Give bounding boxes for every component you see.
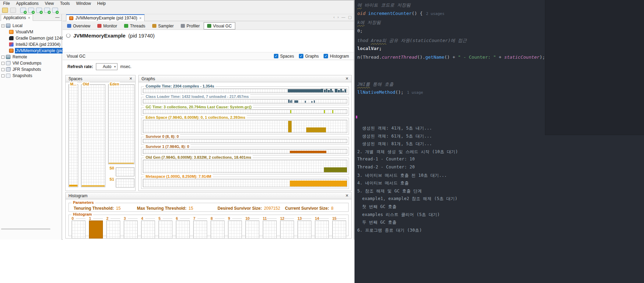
editor-caret — [356, 116, 357, 118]
bin-box — [193, 220, 207, 239]
tab-visual-gc[interactable]: Visual GC — [204, 22, 235, 30]
code-token: k에 — [357, 20, 365, 25]
close-icon[interactable]: ✕ — [345, 76, 349, 81]
intellij-icon — [9, 42, 14, 47]
checkbox-icon[interactable]: ✓ — [274, 54, 278, 58]
code-token: JNI를 — [357, 82, 370, 87]
checkbox-icon[interactable]: ✓ — [299, 54, 303, 58]
parameters-group-title: Parameters — [72, 200, 95, 205]
menu-help[interactable]: Help — [94, 1, 109, 6]
bin-box — [124, 220, 138, 239]
checkbox-icon[interactable]: ✓ — [324, 54, 328, 58]
checkbox-label: Spaces — [280, 54, 294, 59]
tree-item-gradle-daemon-pid-12460[interactable]: Gradle Daemon (pid 12460 — [0, 35, 62, 41]
tree-handle[interactable] — [1, 74, 5, 77]
tree-item-snapshots[interactable]: Snapshots — [0, 73, 62, 79]
graph-survivor-0: Survivor 0 (8, 8): 0 — [141, 137, 349, 145]
histogram-bin-6: 6 — [176, 220, 190, 239]
close-icon[interactable]: ✕ — [345, 193, 349, 198]
tree-item-jfr-snapshots[interactable]: JFR Snapshots — [0, 66, 62, 73]
close-icon[interactable]: × — [139, 16, 141, 20]
histogram-bins: 0123456789101112131415 — [72, 220, 346, 239]
close-icon[interactable]: ✕ — [129, 76, 132, 81]
histogram-panel-header: Histogram ✕ — [66, 192, 351, 199]
bin-box — [176, 220, 190, 239]
tab-monitor[interactable]: Monitor — [94, 22, 120, 30]
tree-item-label: IntelliJ IDEA (pid 23304) — [15, 42, 61, 47]
graph-strip — [143, 179, 347, 187]
tab-overview[interactable]: Overview — [64, 22, 93, 30]
graph-strip — [143, 99, 347, 103]
take-thread-dump-icon[interactable] — [36, 8, 42, 13]
tree-item-local[interactable]: −Local — [0, 23, 62, 29]
space-label: M... — [70, 82, 77, 86]
graph-bar — [290, 100, 291, 103]
save-file-icon[interactable] — [10, 8, 16, 13]
tab-sampler[interactable]: Sampler — [149, 22, 177, 30]
menu-tools[interactable]: Tools — [57, 1, 73, 6]
histogram-bin-10: 10 — [245, 220, 259, 239]
tree-item-visualvm[interactable]: VisualVM — [0, 29, 62, 35]
take-application-snapshot-icon[interactable] — [52, 8, 58, 13]
tree-item-intellij-idea-pid-23304[interactable]: IntelliJ IDEA (pid 23304) — [0, 41, 62, 48]
space-grid — [81, 84, 105, 187]
scroll-tabs-right-icon[interactable]: › — [337, 15, 339, 19]
bin-box — [211, 220, 225, 239]
code-token: llNativeMethod — [357, 90, 396, 95]
tree-item-label: Snapshots — [12, 73, 33, 78]
menu-window[interactable]: Window — [73, 1, 94, 6]
tree-handle[interactable] — [1, 68, 5, 71]
add-remote-host-icon[interactable] — [20, 8, 26, 13]
visualvm-window: FileApplicationsViewToolsWindowHelp Appl… — [0, 0, 354, 240]
toggle-histogram[interactable]: ✓Histogram — [324, 54, 349, 59]
tree-horizontal-scrollbar[interactable] — [1, 228, 50, 230]
histogram-panel: Histogram ✕ Parameters Tenuring Threshol… — [65, 192, 352, 239]
space-usage-fill — [69, 185, 78, 186]
tree-item-remote[interactable]: Remote — [0, 54, 62, 60]
refresh-rate-value: Auto — [103, 64, 112, 69]
refresh-rate-select[interactable]: Auto ▾ — [96, 63, 117, 70]
parameter-tenuring-threshold: Tenuring Threshold:15 — [74, 206, 121, 211]
graph-label: Survivor 1 (7.984G, 8): 0 — [144, 144, 190, 149]
tab-applications[interactable]: Applications × — [1, 14, 33, 21]
checkbox-label: Graphs — [305, 54, 319, 59]
tab-profiler[interactable]: Profiler — [178, 22, 203, 30]
visualgc-content: JVMMemoryExample (pid 19740) Visual GC ✓… — [63, 30, 354, 240]
graph-label: Class Loader Time: 1432 loaded, 7 unload… — [144, 94, 250, 99]
add-jmx-connection-icon[interactable] — [28, 8, 34, 13]
code-line: thod Area의 공유 자원(staticCounter)에 접근 — [357, 38, 467, 44]
space-s0: S0 — [116, 167, 134, 176]
console-line: 4. 네이티브 메서드 호출 — [357, 180, 409, 186]
tab-threads[interactable]: Threads — [121, 22, 148, 30]
graph-bar — [290, 151, 326, 153]
tree-handle[interactable] — [1, 56, 5, 59]
tree-item-label: Local — [12, 23, 23, 28]
remote-icon — [6, 55, 10, 59]
histogram-bin-11: 11 — [263, 220, 277, 239]
tree-item-jvmmemoryexample-pid-1[interactable]: JVMMemoryExample (pid 1 — [0, 48, 62, 54]
menu-applications[interactable]: Applications — [13, 1, 42, 6]
applications-tree: −LocalVisualVMGradle Daemon (pid 12460In… — [0, 23, 62, 79]
tab-jvmmemoryexample[interactable]: JVMMemoryExample (pid 19740) × — [66, 14, 145, 21]
open-file-icon[interactable] — [2, 8, 8, 13]
minimize-icon[interactable]: — — [342, 15, 345, 19]
graph-old-gen: Old Gen (7.984G, 8.000M): 3.832M, 2 coll… — [141, 158, 349, 175]
scroll-tabs-left-icon[interactable]: ‹ — [333, 15, 335, 19]
histogram-group-title: Histogram — [72, 212, 93, 216]
toggle-graphs[interactable]: ✓Graphs — [299, 54, 319, 59]
tab-nav-buttons: ‹›—▢ — [333, 15, 352, 19]
menu-file[interactable]: File — [0, 1, 13, 6]
bin-label: 14 — [315, 216, 319, 220]
histogram-bin-15: 15 — [332, 220, 346, 239]
take-heap-dump-icon[interactable] — [44, 8, 50, 13]
bin-label: 11 — [263, 216, 267, 220]
tree-item-vm-coredumps[interactable]: VM Coredumps — [0, 60, 62, 66]
maximize-icon[interactable]: ▢ — [348, 15, 352, 19]
toggle-spaces[interactable]: ✓Spaces — [274, 54, 294, 59]
bin-box — [72, 220, 85, 239]
tree-handle[interactable] — [1, 62, 5, 65]
collapse-handle-icon[interactable]: − — [1, 24, 5, 27]
minimize-icon[interactable]: — — [55, 15, 59, 20]
menu-view[interactable]: View — [42, 1, 57, 6]
close-icon[interactable]: × — [28, 16, 30, 20]
